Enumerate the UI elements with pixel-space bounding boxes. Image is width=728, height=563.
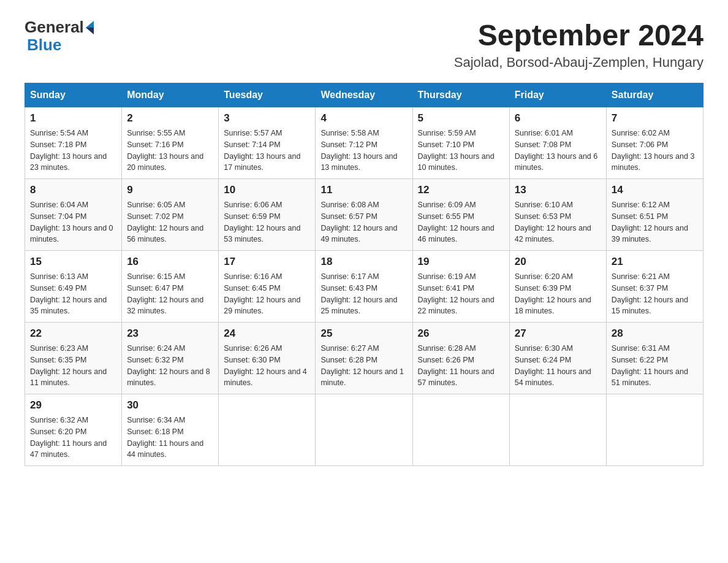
calendar-day-cell: 14Sunrise: 6:12 AMSunset: 6:51 PMDayligh… [606, 179, 703, 251]
day-info: Sunrise: 6:27 AMSunset: 6:28 PMDaylight:… [320, 343, 407, 389]
day-number: 20 [515, 256, 601, 268]
day-number: 5 [418, 112, 504, 124]
calendar-day-cell: 19Sunrise: 6:19 AMSunset: 6:41 PMDayligh… [412, 251, 509, 323]
day-number: 19 [418, 256, 504, 268]
day-number: 23 [127, 327, 213, 340]
weekday-header-tuesday: Tuesday [219, 83, 316, 107]
day-number: 3 [224, 112, 310, 124]
calendar-week-row: 29Sunrise: 6:32 AMSunset: 6:20 PMDayligh… [25, 394, 703, 466]
day-number: 16 [127, 256, 213, 268]
day-number: 12 [418, 184, 504, 196]
calendar-day-cell: 1Sunrise: 5:54 AMSunset: 7:18 PMDaylight… [25, 107, 122, 179]
calendar-day-cell: 16Sunrise: 6:15 AMSunset: 6:47 PMDayligh… [122, 251, 219, 323]
day-info: Sunrise: 6:13 AMSunset: 6:49 PMDaylight:… [30, 271, 116, 317]
day-info: Sunrise: 6:31 AMSunset: 6:22 PMDaylight:… [612, 343, 698, 389]
day-number: 6 [515, 112, 601, 124]
logo-blue-text: Blue [25, 36, 94, 54]
day-info: Sunrise: 6:17 AMSunset: 6:43 PMDaylight:… [320, 271, 407, 317]
calendar-day-cell: 26Sunrise: 6:28 AMSunset: 6:26 PMDayligh… [412, 323, 509, 394]
day-info: Sunrise: 5:59 AMSunset: 7:10 PMDaylight:… [418, 128, 504, 174]
calendar-day-cell: 25Sunrise: 6:27 AMSunset: 6:28 PMDayligh… [316, 323, 412, 394]
calendar-day-cell: 6Sunrise: 6:01 AMSunset: 7:08 PMDaylight… [509, 107, 606, 179]
day-info: Sunrise: 6:19 AMSunset: 6:41 PMDaylight:… [418, 271, 504, 317]
weekday-header-monday: Monday [122, 83, 219, 107]
day-info: Sunrise: 6:26 AMSunset: 6:30 PMDaylight:… [224, 343, 310, 389]
day-info: Sunrise: 5:58 AMSunset: 7:12 PMDaylight:… [320, 128, 407, 174]
calendar-day-cell: 4Sunrise: 5:58 AMSunset: 7:12 PMDaylight… [316, 107, 412, 179]
day-info: Sunrise: 6:05 AMSunset: 7:02 PMDaylight:… [127, 199, 213, 245]
day-number: 10 [224, 184, 310, 196]
calendar-day-cell [219, 394, 316, 466]
calendar-day-cell: 18Sunrise: 6:17 AMSunset: 6:43 PMDayligh… [316, 251, 412, 323]
day-info: Sunrise: 6:20 AMSunset: 6:39 PMDaylight:… [515, 271, 601, 317]
day-number: 18 [320, 256, 407, 268]
title-block: September 2024 Sajolad, Borsod-Abauj-Zem… [454, 18, 703, 71]
location-subtitle: Sajolad, Borsod-Abauj-Zemplen, Hungary [454, 55, 703, 71]
day-info: Sunrise: 6:21 AMSunset: 6:37 PMDaylight:… [612, 271, 698, 317]
day-info: Sunrise: 6:01 AMSunset: 7:08 PMDaylight:… [515, 128, 601, 174]
day-info: Sunrise: 6:23 AMSunset: 6:35 PMDaylight:… [30, 343, 116, 389]
day-number: 9 [127, 184, 213, 196]
day-number: 1 [30, 112, 116, 124]
calendar-day-cell: 9Sunrise: 6:05 AMSunset: 7:02 PMDaylight… [122, 179, 219, 251]
calendar-day-cell: 7Sunrise: 6:02 AMSunset: 7:06 PMDaylight… [606, 107, 703, 179]
calendar-day-cell: 27Sunrise: 6:30 AMSunset: 6:24 PMDayligh… [509, 323, 606, 394]
day-number: 15 [30, 256, 116, 268]
day-info: Sunrise: 6:32 AMSunset: 6:20 PMDaylight:… [30, 415, 116, 461]
logo: General Blue [25, 18, 94, 53]
weekday-header-wednesday: Wednesday [316, 83, 412, 107]
day-number: 22 [30, 327, 116, 340]
day-number: 13 [515, 184, 601, 196]
day-info: Sunrise: 6:16 AMSunset: 6:45 PMDaylight:… [224, 271, 310, 317]
calendar-week-row: 22Sunrise: 6:23 AMSunset: 6:35 PMDayligh… [25, 323, 703, 394]
day-number: 27 [515, 327, 601, 340]
calendar-table: SundayMondayTuesdayWednesdayThursdayFrid… [25, 83, 703, 466]
day-info: Sunrise: 6:24 AMSunset: 6:32 PMDaylight:… [127, 343, 213, 389]
calendar-day-cell: 13Sunrise: 6:10 AMSunset: 6:53 PMDayligh… [509, 179, 606, 251]
day-number: 2 [127, 112, 213, 124]
day-number: 29 [30, 399, 116, 412]
weekday-header-saturday: Saturday [606, 83, 703, 107]
calendar-day-cell [316, 394, 412, 466]
day-number: 26 [418, 327, 504, 340]
day-info: Sunrise: 6:34 AMSunset: 6:18 PMDaylight:… [127, 415, 213, 461]
day-number: 7 [612, 112, 698, 124]
day-info: Sunrise: 6:09 AMSunset: 6:55 PMDaylight:… [418, 199, 504, 245]
day-info: Sunrise: 6:08 AMSunset: 6:57 PMDaylight:… [320, 199, 407, 245]
day-info: Sunrise: 5:57 AMSunset: 7:14 PMDaylight:… [224, 128, 310, 174]
weekday-header-friday: Friday [509, 83, 606, 107]
day-number: 8 [30, 184, 116, 196]
calendar-day-cell: 24Sunrise: 6:26 AMSunset: 6:30 PMDayligh… [219, 323, 316, 394]
calendar-day-cell [509, 394, 606, 466]
calendar-day-cell: 23Sunrise: 6:24 AMSunset: 6:32 PMDayligh… [122, 323, 219, 394]
calendar-day-cell: 29Sunrise: 6:32 AMSunset: 6:20 PMDayligh… [25, 394, 122, 466]
day-info: Sunrise: 6:12 AMSunset: 6:51 PMDaylight:… [612, 199, 698, 245]
calendar-day-cell: 30Sunrise: 6:34 AMSunset: 6:18 PMDayligh… [122, 394, 219, 466]
weekday-header-sunday: Sunday [25, 83, 122, 107]
day-info: Sunrise: 6:04 AMSunset: 7:04 PMDaylight:… [30, 199, 116, 245]
day-number: 14 [612, 184, 698, 196]
calendar-day-cell: 8Sunrise: 6:04 AMSunset: 7:04 PMDaylight… [25, 179, 122, 251]
day-number: 25 [320, 327, 407, 340]
weekday-header-row: SundayMondayTuesdayWednesdayThursdayFrid… [25, 83, 703, 107]
calendar-day-cell [606, 394, 703, 466]
calendar-day-cell: 2Sunrise: 5:55 AMSunset: 7:16 PMDaylight… [122, 107, 219, 179]
calendar-day-cell: 10Sunrise: 6:06 AMSunset: 6:59 PMDayligh… [219, 179, 316, 251]
day-number: 24 [224, 327, 310, 340]
day-info: Sunrise: 6:30 AMSunset: 6:24 PMDaylight:… [515, 343, 601, 389]
day-number: 28 [612, 327, 698, 340]
calendar-week-row: 1Sunrise: 5:54 AMSunset: 7:18 PMDaylight… [25, 107, 703, 179]
calendar-day-cell: 20Sunrise: 6:20 AMSunset: 6:39 PMDayligh… [509, 251, 606, 323]
calendar-week-row: 15Sunrise: 6:13 AMSunset: 6:49 PMDayligh… [25, 251, 703, 323]
day-number: 21 [612, 256, 698, 268]
calendar-day-cell [412, 394, 509, 466]
month-year-title: September 2024 [454, 18, 703, 52]
day-info: Sunrise: 6:02 AMSunset: 7:06 PMDaylight:… [612, 128, 698, 174]
day-info: Sunrise: 6:28 AMSunset: 6:26 PMDaylight:… [418, 343, 504, 389]
day-info: Sunrise: 5:54 AMSunset: 7:18 PMDaylight:… [30, 128, 116, 174]
calendar-day-cell: 12Sunrise: 6:09 AMSunset: 6:55 PMDayligh… [412, 179, 509, 251]
calendar-day-cell: 28Sunrise: 6:31 AMSunset: 6:22 PMDayligh… [606, 323, 703, 394]
calendar-day-cell: 5Sunrise: 5:59 AMSunset: 7:10 PMDaylight… [412, 107, 509, 179]
day-number: 17 [224, 256, 310, 268]
calendar-day-cell: 17Sunrise: 6:16 AMSunset: 6:45 PMDayligh… [219, 251, 316, 323]
